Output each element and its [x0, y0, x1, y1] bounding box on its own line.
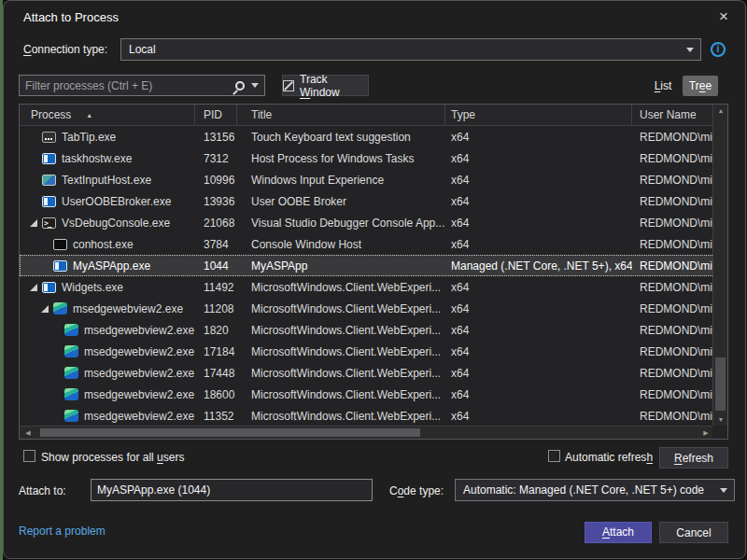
- search-icon[interactable]: [235, 81, 245, 91]
- user-name-cell: REDMOND\mi: [632, 238, 714, 251]
- process-name-cell: msedgewebview2.exe: [20, 367, 195, 380]
- title-cell: Windows Input Experience: [237, 174, 445, 187]
- list-view-toggle[interactable]: List: [646, 76, 680, 96]
- pid-cell: 3784: [195, 238, 237, 251]
- chevron-down-icon: [686, 48, 694, 52]
- pid-cell: 18600: [195, 388, 237, 401]
- process-name: msedgewebview2.exe: [73, 302, 183, 315]
- column-header-pid[interactable]: PID: [195, 105, 237, 125]
- chevron-down-icon: [720, 488, 727, 493]
- process-name-cell: conhost.exe: [20, 238, 195, 251]
- process-name-cell: TextInputHost.exe: [20, 174, 195, 187]
- process-row[interactable]: Widgets.exe 11492 MicrosoftWindows.Clien…: [20, 276, 714, 298]
- title-cell: MicrosoftWindows.Client.WebExperi...: [237, 367, 445, 380]
- process-row[interactable]: UserOOBEBroker.exe 13936 User OOBE Broke…: [20, 190, 714, 212]
- user-name-cell: REDMOND\mi: [632, 259, 714, 273]
- process-row[interactable]: msedgewebview2.exe 17448 MicrosoftWindow…: [20, 362, 714, 384]
- refresh-button[interactable]: Refresh: [659, 447, 728, 469]
- vertical-scrollbar[interactable]: ▲ ▼: [712, 105, 727, 427]
- process-row[interactable]: msedgewebview2.exe 11208 MicrosoftWindow…: [20, 298, 714, 319]
- process-row[interactable]: TextInputHost.exe 10996 Windows Input Ex…: [20, 169, 714, 190]
- process-icon: [42, 282, 56, 293]
- process-table-header: Process ▲ PID Title Type User Name: [20, 105, 714, 126]
- process-row[interactable]: msedgewebview2.exe 17184 MicrosoftWindow…: [20, 341, 714, 362]
- title-cell: MyASPApp: [237, 259, 445, 273]
- process-name: TabTip.exe: [62, 131, 116, 144]
- expander-icon[interactable]: [27, 217, 42, 230]
- dialog-title: Attach to Process: [23, 10, 119, 24]
- show-all-users-label[interactable]: Show processes for all users: [41, 451, 184, 464]
- attach-to-field[interactable]: [91, 479, 373, 501]
- vertical-scrollbar-thumb[interactable]: [715, 357, 726, 411]
- scroll-right-icon[interactable]: ▶: [699, 427, 712, 440]
- process-row[interactable]: msedgewebview2.exe 11352 MicrosoftWindow…: [20, 405, 714, 427]
- user-name-cell: REDMOND\mi: [632, 410, 714, 423]
- user-name-cell: REDMOND\mi: [632, 217, 714, 230]
- pid-cell: 21068: [195, 217, 237, 230]
- code-type-value: Automatic: Managed (.NET Core, .NET 5+) …: [463, 483, 704, 497]
- cancel-button[interactable]: Cancel: [659, 522, 728, 543]
- track-window-button[interactable]: Track Window: [282, 75, 369, 96]
- type-cell: x64: [445, 345, 632, 358]
- process-icon: [42, 132, 56, 143]
- type-cell: x64: [445, 367, 632, 380]
- tree-view-toggle[interactable]: Tree: [683, 76, 718, 96]
- info-icon[interactable]: i: [711, 42, 726, 57]
- close-icon[interactable]: ×: [710, 5, 738, 29]
- user-name-cell: REDMOND\mi: [632, 302, 714, 315]
- process-name: conhost.exe: [73, 238, 134, 251]
- filter-processes-input[interactable]: [20, 79, 235, 92]
- pid-cell: 17184: [195, 345, 237, 358]
- attach-to-label: Attach to:: [19, 484, 66, 497]
- title-cell: MicrosoftWindows.Client.WebExperi...: [237, 388, 445, 401]
- process-name: msedgewebview2.exe: [84, 388, 194, 401]
- code-type-combobox[interactable]: Automatic: Managed (.NET Core, .NET 5+) …: [455, 479, 735, 501]
- attach-button[interactable]: Attach: [585, 522, 652, 543]
- sort-ascending-icon: ▲: [86, 112, 92, 119]
- process-name: msedgewebview2.exe: [84, 367, 194, 380]
- title-cell: Visual Studio Debugger Console App...: [237, 217, 445, 230]
- search-options-caret-icon[interactable]: [251, 83, 259, 88]
- report-a-problem-link[interactable]: Report a problem: [19, 525, 106, 538]
- pid-cell: 17448: [195, 367, 237, 380]
- expander-icon[interactable]: [27, 281, 42, 294]
- horizontal-scrollbar-thumb[interactable]: [40, 428, 420, 437]
- process-row[interactable]: VsDebugConsole.exe 21068 Visual Studio D…: [20, 212, 714, 233]
- pid-cell: 1044: [195, 259, 237, 273]
- title-cell: MicrosoftWindows.Client.WebExperi...: [237, 324, 445, 337]
- type-cell: x64: [445, 217, 632, 230]
- connection-type-value: Local: [129, 43, 156, 56]
- column-header-process[interactable]: Process ▲: [20, 105, 195, 125]
- process-icon: [64, 345, 78, 357]
- title-cell: Host Process for Windows Tasks: [237, 152, 445, 165]
- process-name-cell: msedgewebview2.exe: [20, 388, 195, 401]
- connection-type-label: Connection type:: [23, 43, 107, 56]
- process-name: taskhostw.exe: [62, 152, 132, 165]
- column-header-user-name[interactable]: User Name: [632, 105, 714, 125]
- process-name-cell: Widgets.exe: [20, 281, 195, 294]
- scroll-up-icon[interactable]: ▲: [713, 105, 728, 118]
- scroll-down-icon[interactable]: ▼: [713, 413, 728, 427]
- scroll-left-icon[interactable]: ◀: [21, 427, 35, 440]
- process-row[interactable]: msedgewebview2.exe 18600 MicrosoftWindow…: [20, 384, 714, 405]
- process-name-cell: VsDebugConsole.exe: [20, 217, 195, 230]
- column-header-title[interactable]: Title: [237, 105, 445, 125]
- process-row[interactable]: taskhostw.exe 7312 Host Process for Wind…: [20, 147, 714, 169]
- process-row[interactable]: msedgewebview2.exe 1820 MicrosoftWindows…: [20, 319, 714, 341]
- connection-type-combobox[interactable]: Local: [120, 38, 701, 61]
- process-row[interactable]: MyASPApp.exe 1044 MyASPApp Managed (.NET…: [20, 255, 714, 276]
- automatic-refresh-label[interactable]: Automatic refresh: [565, 451, 653, 464]
- horizontal-scrollbar[interactable]: ◀ ▶: [20, 426, 714, 439]
- column-header-type[interactable]: Type: [445, 105, 632, 125]
- expander-icon[interactable]: [38, 302, 53, 315]
- process-icon: [42, 217, 56, 229]
- process-row[interactable]: TabTip.exe 13156 Touch Keyboard text sug…: [20, 126, 714, 147]
- title-cell: Touch Keyboard text suggestion: [237, 131, 445, 144]
- automatic-refresh-checkbox[interactable]: [548, 450, 560, 462]
- title-cell: MicrosoftWindows.Client.WebExperi...: [237, 281, 445, 294]
- type-cell: Managed (.NET Core, .NET 5+), x64: [445, 259, 632, 273]
- pid-cell: 13936: [195, 195, 237, 208]
- process-row[interactable]: conhost.exe 3784 Console Window Host x64…: [20, 233, 714, 255]
- filter-processes-box[interactable]: [19, 75, 265, 96]
- show-all-users-checkbox[interactable]: [23, 450, 35, 462]
